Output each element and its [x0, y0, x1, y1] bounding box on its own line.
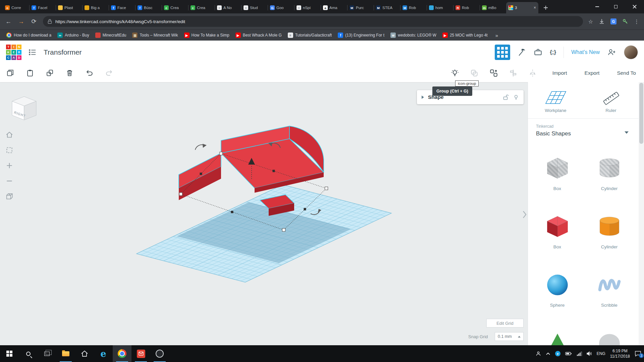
speaker-icon[interactable] — [587, 351, 592, 356]
unlock-icon[interactable] — [503, 94, 508, 100]
extension-key-icon[interactable] — [623, 19, 628, 24]
browser-tab[interactable]: cCrea — [188, 2, 215, 13]
browser-tab[interactable]: fBúsc — [135, 2, 162, 13]
browser-tab[interactable]: ≡Stud — [241, 2, 268, 13]
bookmark-item[interactable]: f(13) Engineering For t — [335, 32, 387, 39]
shape-gallery-item[interactable] — [583, 329, 635, 345]
browser-tab[interactable]: ≡nSpi — [294, 2, 321, 13]
browser-tab[interactable]: GGoo — [268, 2, 294, 13]
browser-tab[interactable]: cCrea — [162, 2, 188, 13]
shape-gallery-item-cylinder[interactable]: Cylinder — [583, 154, 635, 212]
codeblocks-icon[interactable]: {;} — [550, 49, 556, 56]
start-button[interactable] — [0, 345, 19, 362]
bookmark-item[interactable]: ∞Arduino - Buy — [54, 32, 92, 39]
redo-button[interactable] — [105, 69, 113, 77]
edit-grid-button[interactable]: Edit Grid — [486, 319, 524, 327]
design-title[interactable]: Transformer — [44, 48, 82, 56]
tinkercad-logo[interactable]: TINKERCAD — [6, 45, 21, 60]
sidebar-collapse-icon[interactable] — [522, 210, 527, 221]
show-all-bulb-button[interactable] — [450, 69, 459, 77]
shape-gallery-item-scribble[interactable]: Scribble — [583, 270, 635, 329]
design-list-icon[interactable] — [28, 48, 37, 57]
briefcase-icon[interactable] — [534, 48, 542, 57]
shape-gallery-item-sphere[interactable]: Sphere — [531, 270, 583, 329]
copy-button[interactable] — [6, 69, 14, 77]
bookmark-star-icon[interactable]: ☆ — [588, 18, 593, 25]
browser-tab[interactable]: hom — [427, 2, 453, 13]
hidden-icons-chevron[interactable] — [546, 352, 550, 355]
sidebar-scrollbar[interactable] — [639, 82, 644, 345]
scale-handle[interactable] — [220, 152, 223, 155]
invite-person-icon[interactable] — [607, 48, 616, 57]
people-tray-icon[interactable] — [536, 351, 541, 356]
forward-icon[interactable]: → — [17, 18, 25, 25]
dashboard-grid-button[interactable] — [495, 45, 510, 60]
whats-new-link[interactable]: What's New — [571, 49, 600, 55]
battery-icon[interactable] — [565, 352, 572, 356]
download-icon[interactable] — [599, 19, 604, 24]
shape-gallery-item-cylinder[interactable]: Cylinder — [583, 212, 635, 270]
back-icon[interactable]: ← — [5, 18, 12, 25]
paste-button[interactable] — [26, 69, 34, 77]
reload-icon[interactable]: ⟳ — [30, 18, 38, 25]
action-center-icon[interactable]: 3 — [635, 351, 641, 357]
window-maximize-button[interactable] — [606, 0, 625, 13]
shape-gallery-item-box[interactable]: Box — [531, 154, 583, 212]
browser-tab[interactable]: Big a — [82, 2, 109, 13]
workplane-tool[interactable]: Workplane — [528, 89, 583, 113]
import-button[interactable]: Import — [552, 70, 567, 76]
undo-button[interactable] — [85, 69, 94, 77]
ungroup-button[interactable] — [489, 69, 498, 77]
browser-tab[interactable]: MRob — [400, 2, 427, 13]
perspective-toggle-button[interactable] — [4, 192, 15, 200]
pickaxe-icon[interactable] — [518, 48, 526, 57]
group-button[interactable] — [470, 69, 479, 77]
bookmark-item[interactable]: How do I download a — [3, 32, 54, 39]
bookmark-item[interactable]: MinecraftEdu — [92, 32, 129, 39]
browser-tab[interactable]: oCorre — [3, 2, 29, 13]
bookmarks-overflow-icon[interactable]: » — [495, 33, 498, 38]
chrome-button[interactable] — [113, 345, 131, 362]
browser-tab[interactable]: ≡A No — [215, 2, 241, 13]
bookmark-item[interactable]: ≡Tutorials/Galacticraft — [285, 32, 335, 39]
language-indicator[interactable]: ENG — [597, 351, 605, 356]
send-to-button[interactable]: Send To — [617, 70, 636, 76]
scale-handle[interactable] — [325, 187, 328, 190]
panel-expand-icon[interactable] — [422, 96, 424, 99]
translate-icon[interactable]: G — [610, 18, 616, 24]
scrollbar-thumb[interactable] — [639, 83, 643, 144]
bookmark-item[interactable]: ▶Best Whack A Mole G — [232, 32, 285, 39]
fit-view-button[interactable] — [4, 146, 15, 154]
bookmark-item[interactable]: wwedobots: LEGO® W — [387, 32, 439, 39]
browser-tab[interactable]: mmBo — [480, 2, 506, 13]
align-button[interactable] — [509, 69, 518, 77]
window-close-button[interactable] — [625, 0, 644, 13]
browser-tab[interactable]: MPurc — [347, 2, 374, 13]
circle-app-button[interactable] — [150, 345, 169, 362]
browser-tab[interactable]: fFace — [109, 2, 135, 13]
browser-menu-icon[interactable]: ⋮ — [634, 18, 639, 25]
browser-tab[interactable]: Plast — [56, 2, 82, 13]
network-icon[interactable] — [577, 352, 582, 356]
taskbar-search-icon[interactable] — [19, 345, 38, 362]
shape-category-dropdown[interactable]: Tinkercad Basic Shapes — [528, 119, 639, 140]
new-tab-button[interactable] — [541, 3, 550, 12]
bookmark-item[interactable]: ▦Tools – Minecraft Wik — [129, 32, 181, 39]
browser-tab[interactable]: MSTEA — [374, 2, 400, 13]
tray-e-icon[interactable]: e — [555, 351, 560, 356]
url-field[interactable]: https://www.tinkercad.com/things/kA48Aws… — [43, 16, 583, 27]
delete-button[interactable] — [65, 69, 74, 77]
view-cube[interactable]: RIGHT — [7, 93, 41, 127]
browser-tab[interactable]: aAma — [321, 2, 347, 13]
shape-gallery-item-box[interactable]: Box — [531, 212, 583, 270]
scale-handle[interactable] — [179, 193, 182, 196]
browser-tab[interactable]: fFacel — [29, 2, 56, 13]
bookmark-item[interactable]: ▶25 MOC with Lego 4t — [439, 32, 491, 39]
ruler-tool[interactable]: Ruler — [583, 89, 639, 113]
zoom-out-button[interactable] — [4, 177, 15, 185]
snap-grid-dropdown[interactable]: 0.1 mm — [495, 332, 524, 341]
browser-tab[interactable]: 3× — [506, 2, 538, 13]
bookmark-item[interactable]: ▶How To Make a Simp — [181, 32, 232, 39]
clock[interactable]: 6:19 PM 11/17/2018 — [610, 348, 630, 359]
profile-avatar[interactable] — [624, 45, 638, 59]
